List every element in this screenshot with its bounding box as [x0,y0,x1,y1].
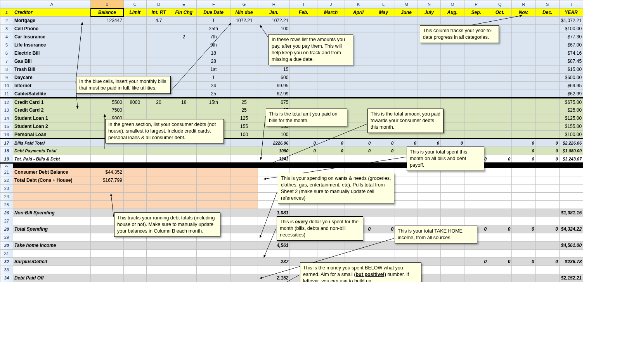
cell-Q34[interactable] [488,274,512,282]
cell-P27[interactable] [464,217,488,225]
cell-T26[interactable]: $1,081.15 [559,209,583,217]
cell-D30[interactable] [146,242,171,250]
cell-A16[interactable]: Personal Loan [13,131,90,139]
cell-A26[interactable]: Non-Bill Spending [13,209,90,217]
row-header-26[interactable]: 26 [0,209,13,217]
cell-O26[interactable] [440,209,464,217]
cell-G7[interactable] [230,57,258,66]
header-dec[interactable]: Dec. [535,9,559,17]
cell-M26[interactable] [395,209,418,217]
cell-I3[interactable] [290,25,317,33]
row-header-10[interactable]: 10 [0,82,13,90]
cell-T4[interactable]: $77.30 [559,33,583,41]
cell-R19[interactable]: 0 [512,155,535,163]
cell-Q14[interactable] [488,114,512,122]
cell-S24[interactable] [535,193,559,201]
cell-T31[interactable] [559,250,583,258]
cell-G13[interactable]: 25 [230,106,258,114]
header-nov[interactable]: Nov. [512,9,535,17]
cell-J17[interactable]: 0 [317,139,345,147]
cell-E8[interactable] [171,66,197,74]
cell-D31[interactable] [146,250,171,258]
cell-G3[interactable] [230,25,258,33]
header-finchg[interactable]: Fin Chg [171,9,197,17]
cell-T17[interactable]: $2,226.06 [559,139,583,147]
cell-A7[interactable]: Gas Bill [13,57,90,66]
cell-E6[interactable] [171,49,197,57]
cell-S26[interactable] [535,209,559,217]
cell-Q23[interactable] [488,185,512,193]
cell-F5[interactable]: 9th [197,41,230,49]
cell-A4[interactable]: Car Insurance [13,33,90,41]
cell-K31[interactable] [345,250,372,258]
cell-S10[interactable] [535,82,559,90]
col-header-M[interactable]: M [395,0,418,9]
cell-D21[interactable] [146,168,171,176]
cell-S17[interactable]: 0 [535,139,559,147]
cell-N23[interactable] [418,185,440,193]
header-june[interactable]: June [395,9,418,17]
cell-S25[interactable] [535,201,559,209]
cell-M5[interactable] [395,41,418,49]
cell-R7[interactable] [512,57,535,66]
cell-T32[interactable]: $236.78 [559,258,583,266]
cell-L30[interactable] [372,242,395,250]
cell-L8[interactable] [372,66,395,74]
cell-E13[interactable] [171,106,197,114]
cell-E19[interactable] [171,155,197,163]
cell-S15[interactable] [535,122,559,131]
col-header-Q[interactable]: Q [488,0,512,9]
cell-S3[interactable] [535,25,559,33]
cell-R33[interactable] [512,266,535,274]
cell-P25[interactable] [464,201,488,209]
row-header-8[interactable]: 8 [0,66,13,74]
cell-K17[interactable]: 0 [345,139,372,147]
header-april[interactable]: April [345,9,372,17]
cell-O34[interactable] [440,274,464,282]
cell-H3[interactable]: 100 [258,25,289,33]
cell-O14[interactable] [440,114,464,122]
cell-M8[interactable] [395,66,418,74]
cell-R23[interactable] [512,185,535,193]
cell-R34[interactable] [512,274,535,282]
col-header-D[interactable]: D [146,0,171,9]
cell-F31[interactable] [197,250,230,258]
cell-S6[interactable] [535,49,559,57]
cell-O25[interactable] [440,201,464,209]
cell-G18[interactable] [230,147,258,155]
header-intrt[interactable]: Int. RT [146,9,171,17]
header-duedate[interactable]: Due Date [197,9,230,17]
cell-N2[interactable] [418,17,440,25]
cell-M9[interactable] [395,74,418,82]
cell-H32[interactable]: 237 [258,258,289,266]
cell-F8[interactable]: 1st [197,66,230,74]
row-header-1[interactable]: 1 [0,9,13,17]
cell-G30[interactable] [230,242,258,250]
cell-A14[interactable]: Student Loan 1 [13,114,90,122]
cell-N22[interactable] [418,176,440,185]
cell-K9[interactable] [345,74,372,82]
cell-D5[interactable] [146,41,171,49]
cell-P22[interactable] [464,176,488,185]
cell-D3[interactable] [146,25,171,33]
row-header-14[interactable]: 14 [0,114,13,122]
cell-T5[interactable]: $67.00 [559,41,583,49]
cell-J26[interactable] [317,209,345,217]
cell-N12[interactable] [418,98,440,106]
cell-G34[interactable] [230,274,258,282]
cell-T16[interactable]: $100.00 [559,131,583,139]
cell-E30[interactable] [171,242,197,250]
cell-S11[interactable] [535,90,559,98]
cell-J12[interactable] [317,98,345,106]
cell-M10[interactable] [395,82,418,90]
cell-N27[interactable] [418,217,440,225]
cell-D34[interactable] [146,274,171,282]
cell-I26[interactable] [290,209,317,217]
cell-H2[interactable]: 1072.21 [258,17,289,25]
cell-H19[interactable]: 3243 [258,155,289,163]
cell-E5[interactable] [171,41,197,49]
cell-P26[interactable] [464,209,488,217]
row-header-24[interactable]: 24 [0,193,13,201]
cell-S12[interactable] [535,98,559,106]
cell-C5[interactable] [123,41,146,49]
